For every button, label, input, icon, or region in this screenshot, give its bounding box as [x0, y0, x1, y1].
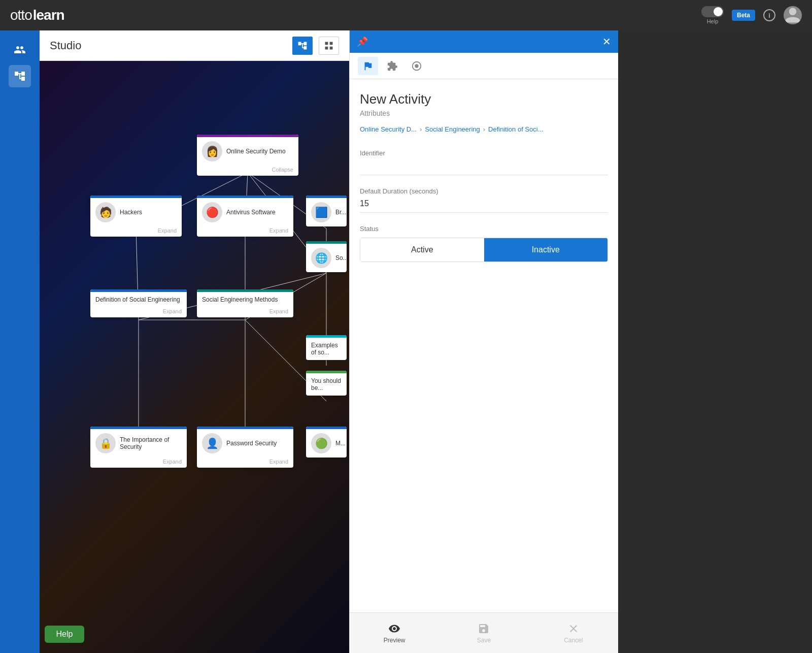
node-title: Password Security: [226, 440, 288, 447]
node-you-should-be[interactable]: You should be...: [306, 371, 347, 396]
status-inactive-button[interactable]: Inactive: [484, 238, 608, 262]
sidebar-item-hierarchy[interactable]: [9, 65, 31, 87]
node-footer[interactable]: Expand: [197, 458, 293, 468]
avatar[interactable]: [784, 6, 802, 24]
node-hackers[interactable]: 🧑HackersExpand: [90, 195, 182, 237]
node-title: Hackers: [120, 209, 177, 216]
node-thumb: 👤: [202, 433, 222, 453]
node-examples-of-se[interactable]: Examples of so...: [306, 335, 347, 360]
node-footer[interactable]: Expand: [90, 226, 182, 237]
duration-label: Default Duration (seconds): [360, 187, 608, 195]
pin-icon[interactable]: 📌: [357, 36, 368, 47]
node-title: So...: [335, 254, 347, 262]
node-footer[interactable]: Collapse: [197, 166, 298, 176]
node-title: M...: [335, 440, 346, 447]
node-online-security-demo[interactable]: 👩Online Security DemoCollapse: [197, 135, 298, 176]
node-thumb: 🟦: [311, 202, 331, 222]
node-content: Examples of so...: [306, 338, 347, 360]
identifier-field-group: Identifier: [360, 149, 608, 175]
node-thumb: 🔴: [202, 202, 222, 222]
node-thumb: 🔒: [95, 433, 116, 453]
status-field-group: Status Active Inactive: [360, 225, 608, 262]
node-content: 🟦Br...: [306, 198, 347, 226]
node-antivirus-software[interactable]: 🔴Antivirus SoftwareExpand: [197, 195, 293, 237]
help-button[interactable]: Help: [45, 626, 84, 643]
panel-title: New Activity: [360, 91, 608, 107]
duration-field-group: Default Duration (seconds) 15: [360, 187, 608, 213]
status-toggle: Active Inactive: [360, 238, 608, 262]
right-panel: 📌 ✕ New Activity Attributes Online Secur…: [349, 30, 618, 653]
node-thumb: 🌐: [311, 248, 331, 268]
logo-learn: learn: [33, 7, 64, 23]
tab-circle[interactable]: [407, 57, 427, 75]
node-title: You should be...: [311, 377, 342, 391]
preview-button[interactable]: Preview: [350, 613, 439, 653]
node-more-node[interactable]: 🟢M...: [306, 427, 347, 458]
view-grid-button[interactable]: [319, 37, 339, 55]
node-title: Definition of Social Engineering: [95, 296, 182, 303]
right-panel-footer: Preview Save Cancel: [350, 612, 618, 653]
right-panel-header: 📌 ✕: [350, 30, 618, 53]
help-toggle-label: Help: [707, 18, 719, 24]
node-footer[interactable]: Expand: [90, 458, 187, 468]
node-footer[interactable]: Expand: [197, 226, 293, 237]
node-social-engineering-methods[interactable]: Social Engineering MethodsExpand: [197, 289, 293, 317]
preview-label: Preview: [384, 637, 405, 644]
node-title: The Importance of Security: [120, 436, 182, 450]
save-label: Save: [477, 637, 491, 644]
breadcrumb-item-3[interactable]: Definition of Soci...: [488, 125, 543, 133]
main-layout: Studio: [0, 30, 812, 653]
breadcrumb-sep-2: ›: [483, 125, 485, 133]
node-content: 👤Password Security: [197, 429, 293, 458]
toggle-knob: [714, 7, 723, 16]
info-icon[interactable]: i: [763, 9, 775, 21]
tab-puzzle[interactable]: [382, 57, 402, 75]
svg-point-15: [415, 64, 418, 68]
breadcrumb: Online Security D... › Social Engineerin…: [360, 125, 608, 133]
node-password-security[interactable]: 👤Password SecurityExpand: [197, 427, 293, 468]
cancel-button[interactable]: Cancel: [529, 613, 618, 653]
sidebar-item-users[interactable]: [9, 39, 31, 61]
node-social-engineering-thumb[interactable]: 🌐So...: [306, 241, 347, 272]
node-footer[interactable]: Expand: [197, 307, 293, 317]
panel-tabs: [350, 53, 618, 79]
canvas-background: [40, 61, 349, 653]
help-toggle[interactable]: [701, 6, 724, 17]
logo-otto: otto: [10, 7, 32, 23]
panel-subtitle: Attributes: [360, 109, 608, 117]
canvas-area[interactable]: 👩Online Security DemoCollapse🧑HackersExp…: [40, 61, 349, 653]
node-content: You should be...: [306, 373, 347, 396]
node-definition-social-engineering[interactable]: Definition of Social EngineeringExpand: [90, 289, 187, 317]
tab-flag[interactable]: [358, 57, 378, 75]
save-button[interactable]: Save: [439, 613, 528, 653]
node-content: 🔴Antivirus Software: [197, 198, 293, 226]
breadcrumb-item-1[interactable]: Online Security D...: [360, 125, 417, 133]
beta-button[interactable]: Beta: [732, 10, 755, 21]
node-content: 🧑Hackers: [90, 198, 182, 226]
breadcrumb-item-2[interactable]: Social Engineering: [425, 125, 480, 133]
node-thumb: 🧑: [95, 202, 116, 222]
view-hierarchy-button[interactable]: [292, 37, 313, 55]
close-icon[interactable]: ✕: [602, 36, 611, 48]
identifier-label: Identifier: [360, 149, 608, 157]
status-active-button[interactable]: Active: [360, 238, 484, 262]
node-title: Social Engineering Methods: [202, 296, 288, 303]
node-importance-of-security[interactable]: 🔒The Importance of SecurityExpand: [90, 427, 187, 468]
identifier-value[interactable]: [360, 161, 608, 175]
node-content: 🔒The Importance of Security: [90, 429, 187, 458]
breadcrumb-sep-1: ›: [420, 125, 422, 133]
studio-panel: Studio: [40, 30, 349, 653]
studio-title: Studio: [50, 39, 286, 52]
node-thumb: 🟢: [311, 433, 331, 453]
duration-value[interactable]: 15: [360, 199, 608, 213]
node-content: Definition of Social Engineering: [90, 292, 187, 307]
logo: otto learn: [10, 7, 64, 23]
node-content: Social Engineering Methods: [197, 292, 293, 307]
icon-sidebar: [0, 30, 40, 653]
node-title: Online Security Demo: [226, 148, 293, 155]
node-footer[interactable]: Expand: [90, 307, 187, 317]
cancel-label: Cancel: [564, 637, 583, 644]
right-panel-body: New Activity Attributes Online Security …: [350, 79, 618, 612]
node-title: Antivirus Software: [226, 209, 288, 216]
node-browser-security[interactable]: 🟦Br...: [306, 195, 347, 226]
